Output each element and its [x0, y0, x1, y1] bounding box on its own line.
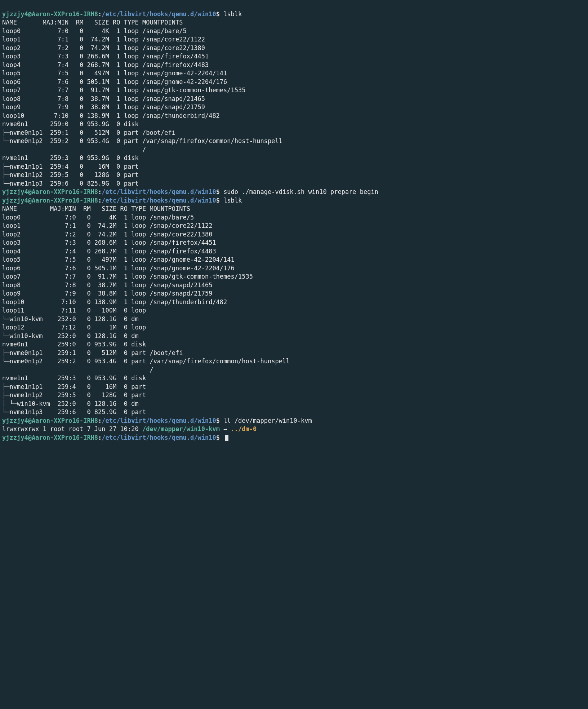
lsblk-row: loop6 7:6 0 505.1M 1 loop /snap/gnome-42…: [2, 264, 586, 273]
lsblk-row: loop0 7:0 0 4K 1 loop /snap/bare/5: [2, 27, 586, 36]
lsblk-row: └─win10-kvm 252:0 0 128.1G 0 dm: [2, 315, 586, 324]
lsblk-row: loop6 7:6 0 505.1M 1 loop /snap/gnome-42…: [2, 78, 586, 87]
ll-attrs: lrwxrwxrwx 1 root root 7 Jun 27 10:20: [2, 425, 142, 433]
lsblk-row: loop4 7:4 0 268.7M 1 loop /snap/firefox/…: [2, 247, 586, 256]
lsblk-row: loop7 7:7 0 91.7M 1 loop /snap/gtk-commo…: [2, 86, 586, 95]
lsblk-output: NAME MAJ:MIN RM SIZE RO TYPE MOUNTPOINTS…: [2, 18, 586, 188]
prompt-user: yjzzjy4@Aaron-XXPro16-IRH8: [2, 434, 98, 441]
ll-target: ../dm-0: [231, 425, 257, 433]
lsblk-row: loop11 7:11 0 100M 0 loop: [2, 306, 586, 315]
lsblk-row: ├─nvme1n1p2 259:5 0 128G 0 part: [2, 171, 586, 180]
prompt-user: yjzzjy4@Aaron-XXPro16-IRH8: [2, 10, 98, 18]
prompt-user: yjzzjy4@Aaron-XXPro16-IRH8: [2, 197, 98, 204]
lsblk-row: loop4 7:4 0 268.7M 1 loop /snap/firefox/…: [2, 61, 586, 70]
command-text: sudo ./manage-vdisk.sh win10 prepare beg…: [223, 188, 378, 195]
lsblk-row: loop5 7:5 0 497M 1 loop /snap/gnome-42-2…: [2, 256, 586, 264]
command-text: lsblk: [223, 197, 242, 204]
lsblk-row: └─nvme1n1p3 259:6 0 825.9G 0 part: [2, 408, 586, 417]
prompt-path: /etc/libvirt/hooks/qemu.d/win10: [102, 434, 216, 441]
ll-link-name: /dev/mapper/win10-kvm: [142, 425, 220, 433]
prompt-dollar: $: [216, 10, 223, 18]
lsblk-row: ├─nvme1n1p1 259:4 0 16M 0 part: [2, 383, 586, 391]
shell-prompt[interactable]: yjzzjy4@Aaron-XXPro16-IRH8:/etc/libvirt/…: [2, 434, 586, 442]
prompt-sep: :: [98, 434, 102, 441]
lsblk-row: nvme0n1 259:0 0 953.9G 0 disk: [2, 340, 586, 349]
cursor: [225, 435, 228, 441]
prompt-dollar: $: [216, 417, 223, 424]
lsblk-row: loop10 7:10 0 138.9M 1 loop /snap/thunde…: [2, 112, 586, 120]
arrow-icon: →: [220, 425, 231, 433]
lsblk-row: loop1 7:1 0 74.2M 1 loop /snap/core22/11…: [2, 35, 586, 44]
lsblk-row: loop8 7:8 0 38.7M 1 loop /snap/snapd/214…: [2, 95, 586, 103]
lsblk-row: loop5 7:5 0 497M 1 loop /snap/gnome-42-2…: [2, 69, 586, 78]
lsblk-row: loop3 7:3 0 268.6M 1 loop /snap/firefox/…: [2, 239, 586, 247]
lsblk-header: NAME MAJ:MIN RM SIZE RO TYPE MOUNTPOINTS: [2, 18, 586, 27]
lsblk-row: └─nvme1n1p3 259:6 0 825.9G 0 part: [2, 180, 586, 188]
terminal[interactable]: yjzzjy4@Aaron-XXPro16-IRH8:/etc/libvirt/…: [2, 10, 586, 442]
lsblk-row: loop2 7:2 0 74.2M 1 loop /snap/core22/13…: [2, 230, 586, 239]
prompt-dollar: $: [216, 197, 223, 204]
prompt-sep: :: [98, 197, 102, 204]
lsblk-row: /: [2, 146, 586, 154]
lsblk-header: NAME MAJ:MIN RM SIZE RO TYPE MOUNTPOINTS: [2, 205, 586, 213]
lsblk-row: ├─nvme1n1p1 259:4 0 16M 0 part: [2, 163, 586, 171]
lsblk-row: loop7 7:7 0 91.7M 1 loop /snap/gtk-commo…: [2, 272, 586, 281]
lsblk-row: └─win10-kvm 252:0 0 128.1G 0 dm: [2, 332, 586, 341]
lsblk-row: └─nvme0n1p2 259:2 0 953.4G 0 part /var/s…: [2, 137, 586, 146]
lsblk-row: │ └─win10-kvm 252:0 0 128.1G 0 dm: [2, 400, 586, 408]
shell-prompt[interactable]: yjzzjy4@Aaron-XXPro16-IRH8:/etc/libvirt/…: [2, 196, 586, 205]
prompt-dollar: $: [216, 188, 223, 195]
lsblk-row: loop10 7:10 0 138.9M 1 loop /snap/thunde…: [2, 298, 586, 307]
lsblk-row: nvme1n1 259:3 0 953.9G 0 disk: [2, 374, 586, 383]
command-text: lsblk: [223, 10, 242, 18]
shell-prompt[interactable]: yjzzjy4@Aaron-XXPro16-IRH8:/etc/libvirt/…: [2, 417, 586, 425]
prompt-sep: :: [98, 10, 102, 18]
lsblk-row: loop0 7:0 0 4K 1 loop /snap/bare/5: [2, 213, 586, 222]
lsblk-row: ├─nvme0n1p1 259:1 0 512M 0 part /boot/ef…: [2, 129, 586, 137]
lsblk-row: /: [2, 366, 586, 375]
lsblk-row: nvme1n1 259:3 0 953.9G 0 disk: [2, 154, 586, 163]
prompt-path: /etc/libvirt/hooks/qemu.d/win10: [102, 197, 216, 204]
shell-prompt[interactable]: yjzzjy4@Aaron-XXPro16-IRH8:/etc/libvirt/…: [2, 10, 586, 19]
lsblk-row: loop9 7:9 0 38.8M 1 loop /snap/snapd/217…: [2, 289, 586, 298]
lsblk-row: loop8 7:8 0 38.7M 1 loop /snap/snapd/214…: [2, 281, 586, 290]
prompt-sep: :: [98, 417, 102, 424]
prompt-path: /etc/libvirt/hooks/qemu.d/win10: [102, 417, 216, 424]
lsblk-row: loop3 7:3 0 268.6M 1 loop /snap/firefox/…: [2, 52, 586, 61]
prompt-sep: :: [98, 188, 102, 195]
lsblk-row: ├─nvme1n1p2 259:5 0 128G 0 part: [2, 391, 586, 400]
prompt-path: /etc/libvirt/hooks/qemu.d/win10: [102, 10, 216, 18]
ll-output: lrwxrwxrwx 1 root root 7 Jun 27 10:20 /d…: [2, 425, 586, 434]
shell-prompt[interactable]: yjzzjy4@Aaron-XXPro16-IRH8:/etc/libvirt/…: [2, 188, 586, 196]
lsblk-row: └─nvme0n1p2 259:2 0 953.4G 0 part /var/s…: [2, 357, 586, 366]
prompt-user: yjzzjy4@Aaron-XXPro16-IRH8: [2, 188, 98, 195]
prompt-path: /etc/libvirt/hooks/qemu.d/win10: [102, 188, 216, 195]
lsblk-output: NAME MAJ:MIN RM SIZE RO TYPE MOUNTPOINTS…: [2, 205, 586, 417]
command-text: ll /dev/mapper/win10-kvm: [223, 417, 312, 424]
lsblk-row: loop1 7:1 0 74.2M 1 loop /snap/core22/11…: [2, 222, 586, 230]
lsblk-row: loop9 7:9 0 38.8M 1 loop /snap/snapd/217…: [2, 103, 586, 112]
prompt-user: yjzzjy4@Aaron-XXPro16-IRH8: [2, 417, 98, 424]
lsblk-row: nvme0n1 259:0 0 953.9G 0 disk: [2, 120, 586, 129]
lsblk-row: loop2 7:2 0 74.2M 1 loop /snap/core22/13…: [2, 44, 586, 53]
lsblk-row: loop12 7:12 0 1M 0 loop: [2, 323, 586, 332]
prompt-dollar: $: [216, 434, 223, 441]
lsblk-row: ├─nvme0n1p1 259:1 0 512M 0 part /boot/ef…: [2, 349, 586, 358]
